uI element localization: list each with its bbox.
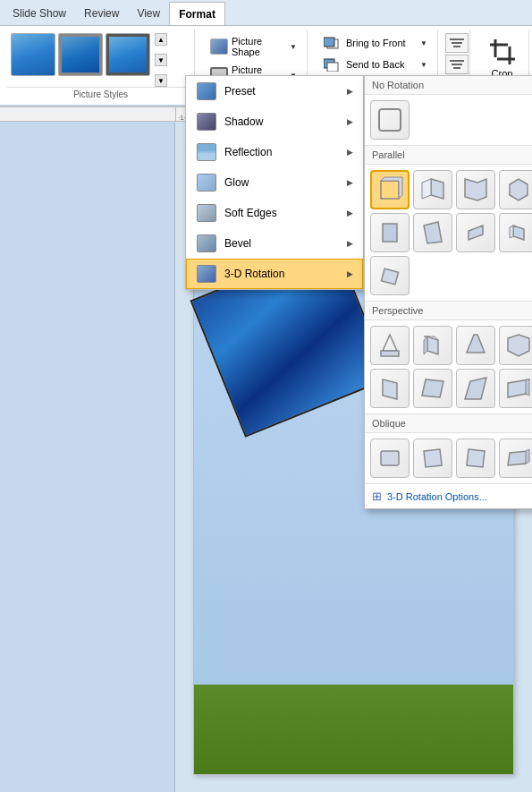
picture-shape-btn[interactable]: Picture Shape ▼ (204, 33, 303, 60)
bring-to-front-btn[interactable]: Bring to Front ▼ (317, 33, 434, 53)
ribbon-tabs: Slide Show Review View Format (0, 0, 532, 26)
align-btn-2[interactable] (445, 55, 469, 74)
crop-icon (488, 38, 517, 66)
menu-item-glow[interactable]: Glow ▶ (186, 167, 363, 198)
menu-item-bevel[interactable]: Bevel ▶ (186, 228, 363, 259)
menu-item-3d-rotation[interactable]: 3-D Rotation ▶ (186, 259, 363, 289)
3d-rotation-options-btn[interactable]: ⊞ 3-D Rotation Options... (365, 484, 532, 508)
perspective-section: Perspective (365, 302, 532, 320)
scroll-down-btn[interactable]: ▼ (155, 54, 167, 66)
menu-item-soft-edges[interactable]: Soft Edges ▶ (186, 198, 363, 228)
svg-rect-22 (381, 451, 399, 465)
parallel-grid (365, 165, 532, 302)
bring-front-arrow: ▼ (420, 39, 427, 47)
perspective-btn-8[interactable] (499, 369, 532, 408)
soft-edges-icon (196, 203, 217, 223)
preset-arrow: ▶ (347, 87, 353, 96)
parallel-btn-8[interactable] (499, 213, 532, 252)
parallel-btn-9[interactable] (370, 256, 410, 295)
svg-rect-12 (453, 67, 460, 69)
bevel-icon (196, 234, 217, 253)
no-rotation-grid (365, 95, 532, 146)
oblique-section: Oblique (365, 414, 532, 433)
oblique-btn-4[interactable] (499, 439, 532, 478)
menu-item-preset[interactable]: Preset ▶ (186, 76, 363, 106)
tab-review[interactable]: Review (75, 2, 128, 25)
parallel-btn-5[interactable] (370, 213, 410, 252)
perspective-btn-6[interactable] (413, 369, 452, 408)
send-back-arrow: ▼ (420, 61, 427, 69)
svg-rect-10 (450, 60, 464, 62)
tab-view[interactable]: View (128, 2, 169, 25)
shadow-arrow: ▶ (347, 117, 353, 126)
perspective-btn-1[interactable] (370, 326, 410, 365)
parallel-btn-7[interactable] (456, 213, 495, 252)
3d-rotation-arrow: ▶ (347, 269, 353, 278)
oblique-btn-2[interactable] (413, 439, 452, 478)
picture-style-thumb-1[interactable] (11, 33, 55, 76)
parallel-btn-6[interactable] (413, 213, 452, 252)
svg-rect-21 (381, 351, 399, 356)
perspective-btn-7[interactable] (456, 369, 495, 408)
picture-styles-group: ▲ ▼ ▼ Picture Styles (7, 30, 195, 101)
tab-format[interactable]: Format (169, 2, 225, 25)
reflection-icon (196, 142, 217, 162)
scroll-expand-btn[interactable]: ▼ (155, 74, 167, 87)
picture-styles-label: Picture Styles (7, 87, 194, 101)
options-icon: ⊞ (372, 490, 382, 503)
send-to-back-icon (323, 57, 342, 72)
reflection-arrow: ▶ (347, 148, 353, 157)
parallel-btn-3[interactable] (456, 170, 495, 209)
bring-to-front-icon (323, 36, 342, 50)
svg-rect-9 (453, 46, 460, 47)
picture-shape-icon (210, 38, 228, 55)
picture-effects-dropdown: Preset ▶ Shadow ▶ Reflection ▶ Glow ▶ So… (185, 75, 364, 290)
bevel-arrow: ▶ (347, 239, 353, 248)
svg-rect-7 (450, 38, 464, 40)
menu-item-reflection[interactable]: Reflection ▶ (186, 137, 363, 167)
oblique-grid (365, 433, 532, 484)
svg-rect-8 (452, 42, 462, 44)
soft-edges-arrow: ▶ (347, 209, 353, 217)
svg-rect-1 (324, 38, 334, 47)
parallel-btn-4[interactable] (499, 170, 532, 209)
perspective-btn-5[interactable] (370, 369, 410, 408)
parallel-btn-1[interactable] (370, 170, 410, 209)
3d-rotation-menu-icon (196, 264, 217, 284)
perspective-grid (365, 320, 532, 414)
thumb-scroll: ▲ ▼ ▼ (155, 33, 167, 87)
3d-rotation-submenu: ▲ ▼ No Rotation Parallel (364, 75, 532, 509)
send-to-back-btn[interactable]: Send to Back ▼ (317, 55, 434, 74)
grass-background (194, 685, 513, 774)
picture-style-thumb-2[interactable] (58, 33, 103, 76)
picture-style-thumb-3[interactable] (106, 33, 150, 76)
oblique-btn-1[interactable] (370, 439, 410, 478)
slide-thumbnails-panel (0, 122, 175, 792)
no-rotation-section: No Rotation (365, 76, 532, 95)
scroll-up-btn[interactable]: ▲ (155, 33, 167, 46)
glow-arrow: ▶ (347, 178, 353, 187)
oblique-btn-3[interactable] (456, 439, 495, 478)
perspective-btn-3[interactable] (456, 326, 495, 365)
tab-slide-show[interactable]: Slide Show (4, 2, 75, 25)
parallel-section: Parallel (365, 146, 532, 165)
svg-rect-11 (452, 64, 462, 65)
align-btn-1[interactable] (445, 33, 469, 53)
menu-item-shadow[interactable]: Shadow ▶ (186, 106, 363, 137)
perspective-btn-2[interactable] (413, 326, 452, 365)
preset-icon (196, 81, 217, 101)
glow-icon (196, 173, 217, 192)
shadow-icon (196, 112, 217, 132)
picture-shape-arrow: ▼ (290, 43, 297, 51)
no-rotation-btn[interactable] (370, 100, 410, 140)
parallel-btn-2[interactable] (413, 170, 452, 209)
svg-rect-20 (379, 109, 401, 131)
perspective-btn-4[interactable] (499, 326, 532, 365)
svg-rect-3 (327, 63, 338, 72)
